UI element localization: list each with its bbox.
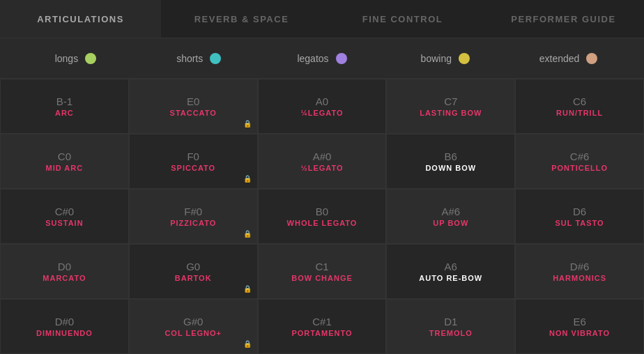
table-row[interactable]: E6NON VIBRATO	[515, 299, 644, 354]
lock-icon: 🔒	[243, 230, 252, 238]
table-row[interactable]: G0BARTOK🔒	[129, 244, 258, 299]
cell-note: B0	[316, 206, 328, 217]
table-row[interactable]: B0WHOLE LEGATO	[258, 189, 387, 244]
cell-note: G#0	[183, 316, 203, 328]
cell-note: A#0	[313, 151, 332, 162]
table-row[interactable]: C#6PONTICELLO	[515, 134, 644, 189]
tab-performer-guide[interactable]: PERFORMER GUIDE	[483, 0, 644, 38]
cell-label: MID ARC	[46, 164, 84, 172]
longs-dot	[85, 53, 96, 64]
category-label: shorts	[176, 53, 203, 64]
category-extended[interactable]: extended	[507, 53, 630, 64]
nav-tabs: ARTICULATIONS REVERB & SPACE FINE CONTRO…	[0, 0, 644, 38]
cell-label: DIMINUENDO	[36, 329, 93, 337]
table-row[interactable]: B-1ARC	[0, 79, 129, 134]
cell-label: PORTAMENTO	[291, 329, 352, 337]
table-row[interactable]: E0STACCATO🔒	[129, 79, 258, 134]
cell-label: TREMOLO	[429, 329, 473, 337]
table-row[interactable]: C#1PORTAMENTO	[258, 299, 387, 354]
cell-label: COL LEGNO+	[164, 329, 222, 337]
category-label: legatos	[297, 53, 328, 64]
tab-articulations[interactable]: ARTICULATIONS	[0, 0, 161, 38]
table-row[interactable]: D6SUL TASTO	[515, 189, 644, 244]
table-row[interactable]: C0MID ARC	[0, 134, 129, 189]
cell-note: C6	[573, 95, 586, 107]
category-label: longs	[55, 53, 78, 64]
cell-note: D0	[58, 261, 71, 272]
category-longs[interactable]: longs	[14, 53, 137, 64]
cell-note: C7	[444, 95, 457, 107]
lock-icon: 🔒	[243, 285, 252, 293]
bowing-dot	[459, 53, 470, 64]
cell-label: SUSTAIN	[45, 219, 83, 227]
table-row[interactable]: C#0SUSTAIN	[0, 189, 129, 244]
shorts-dot	[210, 53, 221, 64]
cell-note: D1	[444, 316, 457, 328]
cell-note: B-1	[56, 95, 72, 107]
cell-label: SPICCATO	[171, 164, 215, 172]
category-bowing[interactable]: bowing	[383, 53, 507, 64]
table-row[interactable]: F0SPICCATO🔒	[129, 134, 258, 189]
table-row[interactable]: A#0½LEGATO	[258, 134, 387, 189]
table-row[interactable]: D0MARCATO	[0, 244, 129, 299]
cell-label: HARMONICS	[553, 274, 606, 282]
cell-note: C1	[315, 261, 328, 272]
table-row[interactable]: C7LASTING BOW	[386, 79, 515, 134]
articulations-grid: B-1ARCE0STACCATO🔒A0¼LEGATOC7LASTING BOWC…	[0, 79, 644, 354]
cell-note: C#1	[312, 316, 332, 328]
category-label: bowing	[421, 53, 452, 64]
cell-label: SUL TASTO	[555, 219, 604, 227]
tab-reverb[interactable]: REVERB & SPACE	[161, 0, 322, 38]
cell-note: B6	[445, 151, 457, 162]
category-legatos[interactable]: legatos	[261, 53, 384, 64]
lock-icon: 🔒	[243, 340, 252, 348]
table-row[interactable]: D#6HARMONICS	[515, 244, 644, 299]
category-label: extended	[539, 53, 580, 64]
cell-note: E0	[187, 95, 199, 107]
cell-label: AUTO RE-BOW	[419, 274, 482, 282]
extended-dot	[586, 53, 597, 64]
cell-label: PIZZICATO	[170, 219, 216, 227]
cell-label: PONTICELLO	[551, 164, 608, 172]
table-row[interactable]: B6DOWN BOW	[386, 134, 515, 189]
lock-icon: 🔒	[243, 175, 252, 183]
legatos-dot	[336, 53, 347, 64]
lock-icon: 🔒	[243, 120, 252, 128]
category-shorts[interactable]: shorts	[137, 53, 261, 64]
cell-label: BOW CHANGE	[291, 274, 353, 282]
cell-note: D6	[573, 206, 586, 217]
cell-note: D#6	[570, 261, 590, 272]
cell-note: A6	[445, 261, 457, 272]
cell-label: UP BOW	[433, 219, 468, 227]
cell-label: RUN/TRILL	[556, 109, 603, 117]
table-row[interactable]: A0¼LEGATO	[258, 79, 387, 134]
table-row[interactable]: C6RUN/TRILL	[515, 79, 644, 134]
table-row[interactable]: A#6UP BOW	[386, 189, 515, 244]
cell-note: C0	[58, 151, 71, 162]
cell-note: A0	[316, 95, 328, 107]
table-row[interactable]: D1TREMOLO	[386, 299, 515, 354]
table-row[interactable]: C1BOW CHANGE	[258, 244, 387, 299]
cell-note: D#0	[55, 316, 75, 328]
tab-fine-control[interactable]: FINE CONTROL	[322, 0, 483, 38]
cell-label: ½LEGATO	[300, 164, 343, 172]
table-row[interactable]: G#0COL LEGNO+🔒	[129, 299, 258, 354]
cell-label: NON VIBRATO	[549, 329, 610, 337]
cell-label: ¼LEGATO	[300, 109, 343, 117]
cell-label: DOWN BOW	[425, 164, 476, 172]
cell-note: F#0	[184, 206, 202, 217]
table-row[interactable]: D#0DIMINUENDO	[0, 299, 129, 354]
table-row[interactable]: F#0PIZZICATO🔒	[129, 189, 258, 244]
cell-note: E6	[573, 316, 585, 328]
cell-label: BARTOK	[175, 274, 212, 282]
table-row[interactable]: A6AUTO RE-BOW	[386, 244, 515, 299]
cell-label: LASTING BOW	[420, 109, 482, 117]
cell-note: F0	[187, 151, 199, 162]
cell-label: WHOLE LEGATO	[287, 219, 358, 227]
cell-note: C#0	[55, 206, 75, 217]
cell-note: C#6	[570, 151, 590, 162]
cell-label: MARCATO	[43, 274, 86, 282]
cell-note: A#6	[441, 206, 460, 217]
cell-label: STACCATO	[170, 109, 217, 117]
cell-note: G0	[186, 261, 200, 272]
